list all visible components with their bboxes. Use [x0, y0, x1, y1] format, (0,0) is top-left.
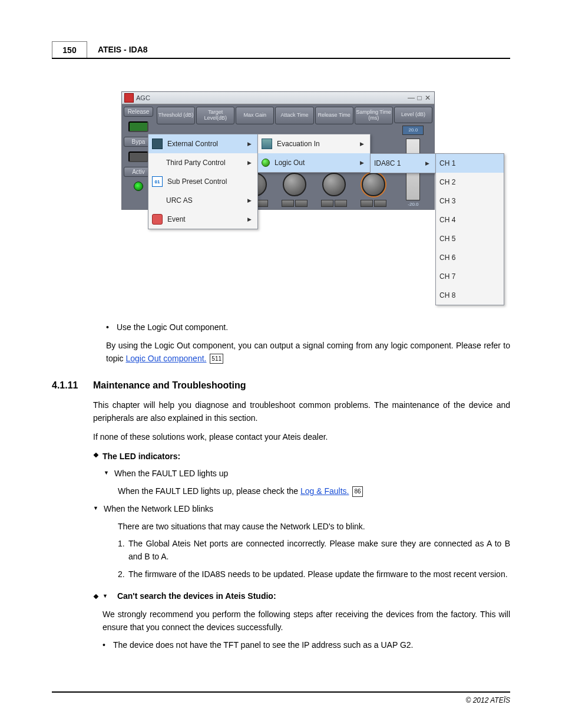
context-menu-2: Evacuation In ▶ Logic Out ▶ [257, 134, 371, 173]
section-number: 4.1.11 [52, 380, 93, 391]
sampling-knob[interactable] [362, 173, 385, 196]
num-text: The Global Ateis Net ports are connected… [128, 538, 510, 563]
bypass-indicator [128, 151, 148, 162]
col-release: Release Time [315, 107, 353, 124]
menu-label: External Control [167, 140, 218, 148]
bullet-icon: • [106, 321, 117, 334]
menu-ch4[interactable]: CH 4 [436, 210, 504, 229]
diamond-icon: ❖ [93, 450, 103, 463]
menu-evacuation-in[interactable]: Evacuation In ▶ [258, 134, 370, 153]
menu-ch7[interactable]: CH 7 [436, 267, 504, 286]
menu-ch3[interactable]: CH 3 [436, 192, 504, 210]
col-target: Target Level(dB) [196, 107, 234, 124]
menu-logic-out[interactable]: Logic Out ▶ [258, 153, 370, 172]
menu-ch6[interactable]: CH 6 [436, 248, 504, 267]
menu-event[interactable]: Event ▶ [148, 210, 257, 229]
intro-para-1: This chapter will help you diagnose and … [93, 399, 510, 424]
link-logic-out-component[interactable]: Logic Out component. [125, 354, 206, 363]
fault-led-para: When the FAULT LED lights up, please che… [118, 485, 510, 498]
agc-title: AGC [136, 94, 150, 101]
tft-text: The device does not have the TFT panel t… [113, 639, 414, 652]
maximize-icon[interactable]: □ [415, 94, 424, 102]
bullet-text: Use the Logic Out component. [117, 321, 228, 334]
col-attack: Attack Time [275, 107, 313, 124]
menu-label: Sub Preset Control [167, 177, 227, 186]
context-menu-4: CH 1 CH 2 CH 3 CH 4 CH 5 CH 6 CH 7 CH 8 [435, 153, 504, 305]
menu-ch5[interactable]: CH 5 [436, 229, 504, 248]
page-footer: © 2012 ATEÏS [52, 691, 510, 704]
menu-label: CH 1 [439, 159, 455, 167]
blank-icon [152, 158, 161, 167]
menu-external-control[interactable]: External Control ▶ [148, 134, 257, 153]
knob-track [361, 200, 386, 207]
recommend-para: We strongly recommend you perform the fo… [103, 608, 510, 634]
release-knob[interactable] [322, 173, 346, 196]
release-button[interactable]: Release [124, 107, 153, 117]
col-threshold: Threshold (dB) [157, 107, 195, 124]
page-ref-86: 86 [352, 486, 362, 497]
agc-titlebar: AGC — □ ✕ [122, 92, 434, 104]
chevron-right-icon: ▶ [247, 141, 252, 147]
menu-ida8c1[interactable]: IDA8C 1 ▶ [371, 154, 435, 173]
fault-led-text: When the FAULT LED lights up [114, 467, 228, 480]
chevron-right-icon: ▶ [247, 160, 252, 166]
levels-icon [262, 139, 272, 149]
section-title: Maintenance and Troubleshooting [93, 380, 246, 391]
diamond-icon: ❖ [93, 592, 99, 602]
menu-ch8[interactable]: CH 8 [436, 286, 504, 305]
logic-out-icon [262, 159, 270, 167]
col-maxgain: Max Gain [236, 107, 274, 124]
cant-search-text: Can't search the devices in Ateis Studio… [117, 590, 276, 602]
menu-ch2[interactable]: CH 2 [436, 173, 504, 192]
section-heading: 4.1.11 Maintenance and Troubleshooting [52, 380, 510, 391]
chevron-right-icon: ▶ [425, 160, 429, 166]
level-bottom-label: -20.0 [408, 202, 418, 207]
fault-led-item: ▼ When the FAULT LED lights up [104, 467, 510, 480]
menu-label: CH 3 [439, 197, 455, 205]
para-logic-out: By using the Logic Out component, you ca… [106, 340, 510, 365]
chevron-right-icon: ▶ [360, 141, 364, 147]
attack-knob[interactable] [283, 173, 306, 196]
blank-icon [152, 196, 161, 205]
preset-icon: 01 [152, 176, 163, 187]
minimize-icon[interactable]: — [407, 94, 415, 102]
num-label: 1. [118, 538, 128, 563]
triangle-icon: ▼ [104, 467, 114, 480]
cant-search-heading: ❖ ▼ Can't search the devices in Ateis St… [93, 590, 510, 602]
network-led-item: ▼ When the Network LED blinks [93, 503, 510, 516]
menu-sub-preset[interactable]: 01 Sub Preset Control [148, 172, 257, 191]
intro-para-2: If none of these solutions work, please … [93, 431, 510, 444]
bullet-icon: • [103, 639, 113, 652]
menu-label: CH 8 [439, 291, 455, 299]
page-number: 150 [52, 41, 87, 58]
link-log-faults[interactable]: Log & Faults. [300, 486, 349, 496]
menu-label: Evacuation In [277, 140, 320, 148]
level-top-box: 20.0 [402, 126, 424, 135]
menu-label: URC AS [166, 196, 193, 205]
triangle-icon: ▼ [103, 592, 108, 601]
num-label: 2. [118, 568, 128, 581]
menu-label: Event [167, 215, 186, 223]
col-level: Level (dB) [394, 107, 432, 123]
agc-icon [124, 93, 134, 103]
page-header: 150 ATEIS - IDA8 [52, 41, 510, 59]
context-menu-3: IDA8C 1 ▶ [370, 153, 436, 173]
menu-ch1[interactable]: CH 1 [436, 154, 504, 173]
close-icon[interactable]: ✕ [424, 94, 432, 102]
menu-third-party[interactable]: Third Party Control ▶ [148, 153, 257, 172]
network-led-text: When the Network LED blinks [104, 503, 213, 516]
chevron-right-icon: ▶ [247, 197, 252, 203]
knob-track [321, 200, 347, 207]
network-led-para: There are two situations that may cause … [118, 521, 510, 533]
context-menu-1: External Control ▶ Third Party Control ▶… [148, 134, 258, 229]
menu-label: Logic Out [275, 159, 305, 167]
col-sampling: Sampling Time (ms) [355, 107, 393, 124]
page-ref-511: 511 [210, 354, 223, 364]
menu-urc-as[interactable]: URC AS ▶ [148, 191, 257, 210]
menu-label: CH 5 [439, 235, 455, 243]
agc-screenshot: AGC — □ ✕ Release Bypa Activ Threshold (… [121, 91, 504, 309]
led-heading: ❖ The LED indicators: [93, 450, 510, 463]
chevron-right-icon: ▶ [247, 216, 252, 222]
numbered-item-1: 1. The Global Ateis Net ports are connec… [118, 538, 510, 563]
para-text: When the FAULT LED lights up, please che… [118, 486, 300, 496]
